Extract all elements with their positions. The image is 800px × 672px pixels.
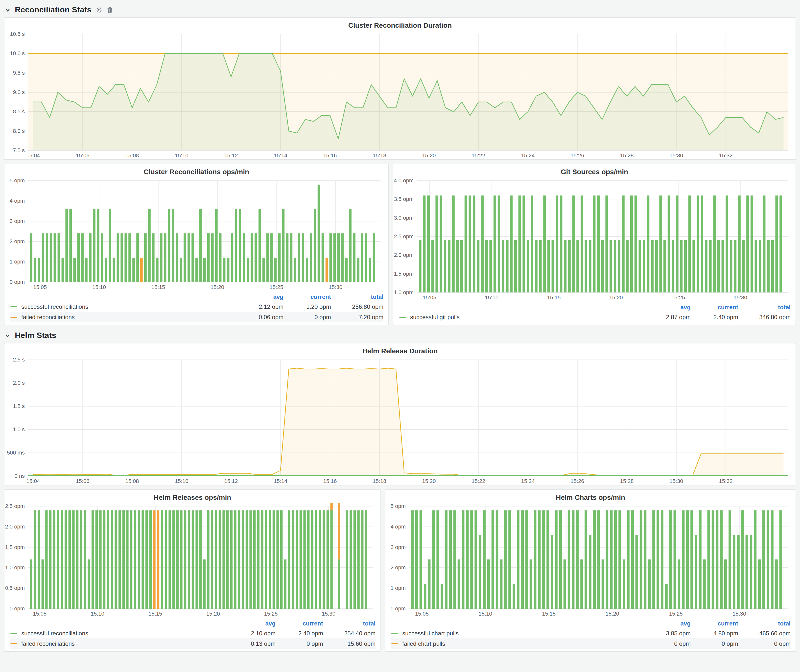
svg-text:15:10: 15:10 bbox=[174, 478, 188, 484]
svg-text:15:14: 15:14 bbox=[274, 152, 287, 158]
panel-title[interactable]: Git Sources ops/min bbox=[393, 164, 795, 176]
legend-header-row: avg current total bbox=[10, 619, 376, 628]
section-title[interactable]: Reconciliation Stats bbox=[15, 5, 91, 14]
legend-header-total[interactable]: total bbox=[323, 620, 376, 627]
legend-row-successful: successful reconciliations 2.12 opm 1.20… bbox=[10, 301, 383, 312]
chart-cluster-reconciliations-opm[interactable]: 15:0515:1015:1515:2015:2515:300 opm1 opm… bbox=[5, 177, 386, 291]
svg-text:15:15: 15:15 bbox=[542, 611, 555, 617]
legend-avg-value: 0.13 opm bbox=[228, 640, 275, 647]
legend-header-total[interactable]: total bbox=[331, 293, 383, 300]
legend-header-total[interactable]: total bbox=[738, 620, 790, 627]
legend-header-row: avg current total bbox=[399, 302, 790, 312]
legend-avg-value: 0 opm bbox=[643, 640, 691, 647]
svg-text:0 opm: 0 opm bbox=[10, 605, 25, 612]
legend-series-label[interactable]: failed reconciliations bbox=[20, 314, 236, 320]
legend-header-avg[interactable]: avg bbox=[236, 293, 283, 300]
svg-text:15:20: 15:20 bbox=[606, 611, 619, 617]
legend-series-label[interactable]: failed reconciliations bbox=[20, 640, 228, 647]
panel-helm-charts-opm: Helm Charts ops/min 15:0515:1015:1515:20… bbox=[385, 490, 796, 652]
legend-current-value: 2.40 opm bbox=[691, 314, 738, 320]
svg-text:2.0 s: 2.0 s bbox=[13, 380, 25, 386]
svg-text:15:25: 15:25 bbox=[270, 284, 283, 290]
svg-text:5 opm: 5 opm bbox=[390, 503, 406, 509]
svg-text:5 opm: 5 opm bbox=[10, 178, 25, 184]
series-color-marker bbox=[10, 317, 17, 317]
svg-text:8.5 s: 8.5 s bbox=[13, 108, 25, 115]
svg-text:9.0 s: 9.0 s bbox=[13, 89, 25, 95]
panel-helm-release-duration: Helm Release Duration 15:0415:0615:0815:… bbox=[4, 343, 796, 485]
svg-text:2 opm: 2 opm bbox=[10, 238, 25, 245]
legend-total-value: 465.60 opm bbox=[738, 630, 790, 637]
legend-current-value: 0 opm bbox=[275, 640, 323, 647]
svg-text:15:04: 15:04 bbox=[26, 152, 40, 158]
legend-total-value: 256.80 opm bbox=[331, 303, 383, 310]
svg-text:9.5 s: 9.5 s bbox=[13, 70, 25, 76]
legend-row-failed: failed reconciliations 0.13 opm 0 opm 15… bbox=[10, 638, 376, 649]
svg-text:15:32: 15:32 bbox=[719, 478, 733, 484]
chevron-down-icon[interactable] bbox=[5, 333, 10, 338]
chevron-down-icon[interactable] bbox=[5, 7, 10, 13]
svg-text:15:20: 15:20 bbox=[206, 611, 220, 617]
svg-text:15:18: 15:18 bbox=[373, 152, 386, 158]
svg-text:15:24: 15:24 bbox=[521, 152, 534, 158]
svg-text:15:12: 15:12 bbox=[224, 478, 238, 484]
panel-title[interactable]: Helm Release Duration bbox=[5, 343, 795, 355]
svg-text:2.5 opm: 2.5 opm bbox=[394, 233, 414, 240]
dashboard: Reconciliation Stats Cluster Reconciliat… bbox=[0, 0, 800, 672]
section-title[interactable]: Helm Stats bbox=[15, 331, 56, 340]
legend-series-label[interactable]: successful git pulls bbox=[409, 314, 643, 320]
chart-helm-releases-opm[interactable]: 15:0515:1015:1515:2015:2515:300 opm0.5 o… bbox=[5, 503, 378, 618]
trash-icon[interactable] bbox=[107, 7, 113, 13]
legend-current-value: 0 opm bbox=[283, 314, 331, 320]
legend: avg current total successful reconciliat… bbox=[5, 618, 381, 651]
legend-header-avg[interactable]: avg bbox=[228, 620, 275, 627]
legend-header-current[interactable]: current bbox=[283, 293, 331, 300]
legend-current-value: 4.80 opm bbox=[691, 630, 738, 637]
legend: avg current total successful reconciliat… bbox=[5, 291, 388, 325]
legend-header-total[interactable]: total bbox=[738, 304, 790, 310]
svg-text:1 opm: 1 opm bbox=[10, 259, 25, 265]
svg-text:8.0 s: 8.0 s bbox=[13, 128, 25, 134]
svg-text:15:10: 15:10 bbox=[174, 152, 188, 158]
series-color-marker bbox=[10, 643, 17, 644]
svg-text:1.5 s: 1.5 s bbox=[13, 403, 25, 409]
svg-text:15:22: 15:22 bbox=[472, 152, 485, 158]
svg-text:2 opm: 2 opm bbox=[390, 564, 406, 571]
svg-text:15:30: 15:30 bbox=[733, 611, 746, 617]
svg-text:15:20: 15:20 bbox=[211, 284, 224, 290]
legend-header-current[interactable]: current bbox=[691, 304, 738, 310]
panel-title[interactable]: Cluster Reconciliation Duration bbox=[5, 18, 795, 30]
panel-title[interactable]: Helm Releases ops/min bbox=[5, 490, 381, 502]
panel-helm-releases-opm: Helm Releases ops/min 15:0515:1015:1515:… bbox=[4, 490, 381, 652]
legend-series-label[interactable]: successful reconciliations bbox=[20, 303, 236, 310]
legend-row-successful: successful reconciliations 2.10 opm 2.40… bbox=[10, 628, 376, 638]
legend-series-label[interactable]: successful chart pulls bbox=[401, 630, 643, 637]
panel-title[interactable]: Helm Charts ops/min bbox=[386, 490, 795, 502]
svg-text:3 opm: 3 opm bbox=[10, 218, 25, 224]
legend-header-avg[interactable]: avg bbox=[643, 304, 691, 310]
svg-text:15:30: 15:30 bbox=[733, 294, 747, 301]
legend-avg-value: 2.87 opm bbox=[643, 314, 691, 320]
panel-title[interactable]: Cluster Reconciliations ops/min bbox=[5, 164, 388, 176]
svg-text:15:15: 15:15 bbox=[547, 294, 560, 301]
section-helm-stats[interactable]: Helm Stats bbox=[4, 328, 796, 343]
panel-git-sources-opm: Git Sources ops/min 15:0515:1015:1515:20… bbox=[393, 164, 796, 325]
chart-git-sources-opm[interactable]: 15:0515:1015:1515:2015:2515:301.0 opm1.5… bbox=[394, 177, 793, 301]
legend-total-value: 0 opm bbox=[738, 640, 790, 647]
legend-header-current[interactable]: current bbox=[691, 620, 738, 627]
legend-header-current[interactable]: current bbox=[275, 620, 323, 627]
legend-header-avg[interactable]: avg bbox=[643, 620, 691, 627]
legend-series-label[interactable]: successful reconciliations bbox=[20, 630, 228, 637]
section-reconciliation-stats[interactable]: Reconciliation Stats bbox=[4, 2, 796, 17]
gear-icon[interactable] bbox=[96, 7, 102, 13]
svg-text:15:18: 15:18 bbox=[373, 478, 386, 484]
svg-text:0 opm: 0 opm bbox=[390, 605, 406, 612]
legend-series-label[interactable]: failed chart pulls bbox=[401, 640, 643, 647]
svg-text:15:14: 15:14 bbox=[274, 478, 287, 484]
svg-text:2.0 opm: 2.0 opm bbox=[394, 252, 414, 258]
chart-helm-release-duration[interactable]: 15:0415:0615:0815:1015:1215:1415:1615:18… bbox=[5, 356, 793, 485]
legend-current-value: 0 opm bbox=[691, 640, 738, 647]
chart-cluster-reconciliation-duration[interactable]: 15:0415:0615:0815:1015:1215:1415:1615:18… bbox=[5, 31, 793, 159]
legend-total-value: 15.60 opm bbox=[323, 640, 376, 647]
chart-helm-charts-opm[interactable]: 15:0515:1015:1515:2015:2515:300 opm1 opm… bbox=[386, 503, 793, 618]
